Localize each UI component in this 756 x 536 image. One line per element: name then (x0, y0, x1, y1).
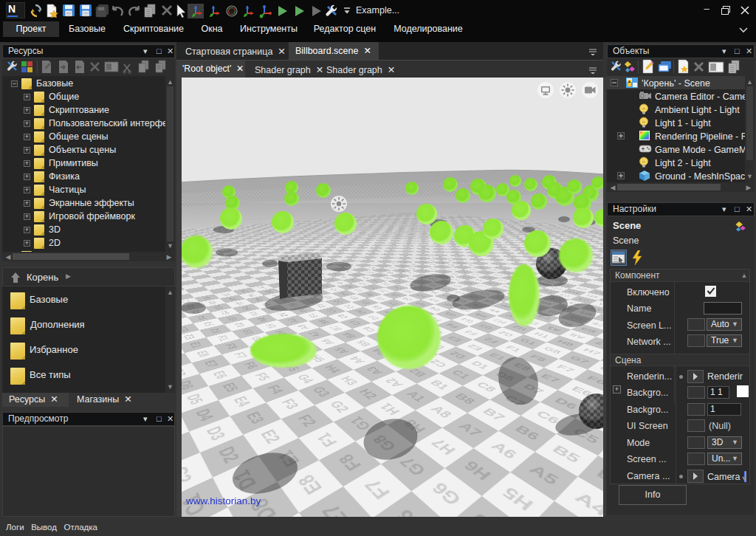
svg-text:'Корень' - Scene: 'Корень' - Scene (642, 78, 710, 89)
svg-text:Rendering Pipeline - Ren: Rendering Pipeline - Ren (655, 131, 755, 142)
svg-text:Light 1 - Light: Light 1 - Light (655, 118, 711, 128)
svg-text:Ground - MeshInSpace: Ground - MeshInSpace (655, 171, 750, 182)
svg-text:Ambient Light - Light: Ambient Light - Light (655, 105, 740, 115)
svg-text:Game Mode - GameMode: Game Mode - GameMode (655, 145, 755, 155)
svg-text:Light 2 - Light: Light 2 - Light (655, 158, 711, 168)
svg-text:Camera Editor - Camera: Camera Editor - Camera (655, 92, 755, 102)
